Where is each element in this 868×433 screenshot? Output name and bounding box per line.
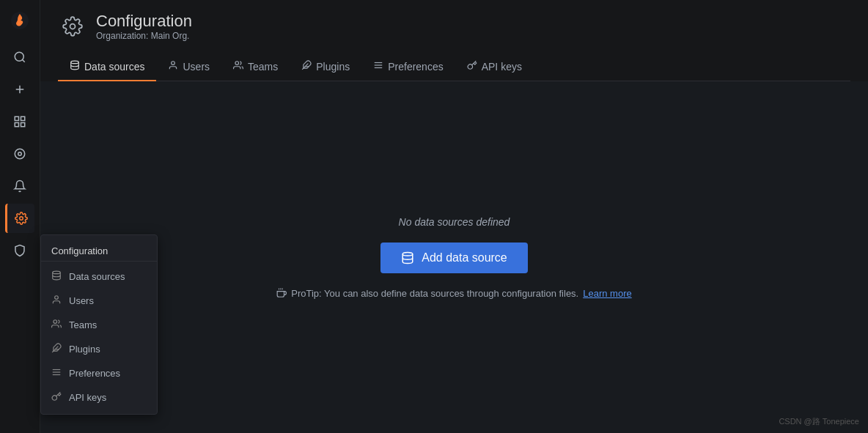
context-menu: Configuration Data sources Users Teams P…	[40, 234, 158, 415]
svg-point-1	[15, 52, 23, 61]
svg-point-13	[71, 61, 79, 64]
context-plugins-icon	[51, 343, 62, 355]
context-users-icon	[51, 295, 62, 307]
context-api-keys-label: API keys	[69, 392, 106, 403]
svg-point-10	[18, 152, 22, 156]
context-api-keys-icon	[51, 391, 62, 404]
svg-point-11	[19, 217, 23, 221]
preferences-icon	[373, 60, 383, 73]
page-title-row: Configuration Organization: Main Org.	[58, 12, 850, 41]
sidebar-create[interactable]	[5, 75, 34, 104]
plugins-icon	[301, 60, 312, 73]
context-menu-teams[interactable]: Teams	[41, 313, 157, 337]
sidebar-configuration[interactable]	[5, 204, 34, 233]
context-users-label: Users	[69, 295, 94, 306]
page-header: Configuration Organization: Main Org. Da…	[40, 0, 868, 81]
add-data-source-button[interactable]: Add data source	[380, 243, 528, 273]
tab-api-keys[interactable]: API keys	[455, 53, 534, 81]
svg-rect-8	[15, 123, 18, 127]
page-subtitle: Organization: Main Org.	[96, 31, 192, 41]
sidebar-explore[interactable]	[5, 139, 34, 169]
configuration-icon	[58, 12, 87, 41]
context-menu-users[interactable]: Users	[41, 289, 157, 313]
context-menu-title: Configuration	[41, 240, 157, 262]
tab-teams-label: Teams	[248, 61, 278, 73]
footer-credit: CSDN @路 Tonepiece	[779, 416, 859, 427]
context-data-sources-icon	[51, 270, 62, 283]
context-teams-label: Teams	[69, 319, 97, 330]
tab-data-sources[interactable]: Data sources	[58, 53, 156, 81]
tab-plugins-label: Plugins	[316, 61, 350, 73]
svg-rect-7	[21, 123, 25, 127]
tab-data-sources-label: Data sources	[84, 61, 144, 73]
users-icon	[168, 60, 178, 73]
svg-rect-6	[21, 116, 25, 120]
svg-point-27	[54, 320, 57, 324]
svg-point-12	[70, 24, 76, 29]
no-data-message: No data sources defined	[399, 216, 510, 228]
svg-point-15	[235, 62, 239, 65]
svg-point-21	[402, 252, 413, 256]
tab-preferences[interactable]: Preferences	[361, 53, 455, 81]
teams-icon	[233, 60, 243, 73]
context-menu-preferences[interactable]: Preferences	[41, 361, 157, 385]
page-title-text: Configuration Organization: Main Org.	[96, 12, 192, 41]
sidebar-shield[interactable]	[5, 236, 34, 265]
sidebar	[0, 0, 40, 433]
context-plugins-label: Plugins	[69, 344, 100, 355]
add-data-source-label: Add data source	[422, 251, 507, 264]
tab-users[interactable]: Users	[156, 53, 221, 81]
page-title: Configuration	[96, 12, 192, 31]
context-preferences-icon	[51, 367, 62, 380]
svg-rect-5	[15, 116, 18, 120]
context-teams-icon	[51, 319, 62, 331]
sidebar-alerts[interactable]	[5, 171, 34, 201]
svg-point-9	[15, 149, 25, 159]
tab-teams[interactable]: Teams	[221, 53, 290, 81]
svg-point-14	[172, 62, 175, 65]
tab-api-keys-label: API keys	[482, 61, 522, 73]
tab-preferences-label: Preferences	[388, 61, 443, 73]
api-keys-icon	[467, 60, 477, 73]
protip-text: ProTip: You can also define data sources…	[291, 288, 578, 299]
context-menu-data-sources[interactable]: Data sources	[41, 264, 157, 289]
context-menu-plugins[interactable]: Plugins	[41, 337, 157, 361]
app-logo	[5, 6, 34, 35]
svg-point-25	[53, 271, 61, 274]
tabs: Data sources Users Teams Plugins	[58, 53, 850, 81]
sidebar-search[interactable]	[5, 42, 34, 72]
context-menu-api-keys[interactable]: API keys	[41, 385, 157, 410]
data-sources-icon	[70, 60, 80, 73]
main-content: Configuration Organization: Main Org. Da…	[40, 0, 868, 433]
tab-users-label: Users	[183, 61, 210, 73]
learn-more-link[interactable]: Learn more	[583, 288, 631, 299]
svg-point-26	[55, 296, 59, 300]
svg-line-2	[22, 59, 24, 62]
tab-plugins[interactable]: Plugins	[290, 53, 361, 81]
context-data-sources-label: Data sources	[69, 271, 125, 282]
content-area: No data sources defined Add data source …	[40, 81, 868, 433]
sidebar-dashboards[interactable]	[5, 107, 34, 136]
protip: ProTip: You can also define data sources…	[276, 288, 631, 299]
context-preferences-label: Preferences	[69, 368, 120, 379]
